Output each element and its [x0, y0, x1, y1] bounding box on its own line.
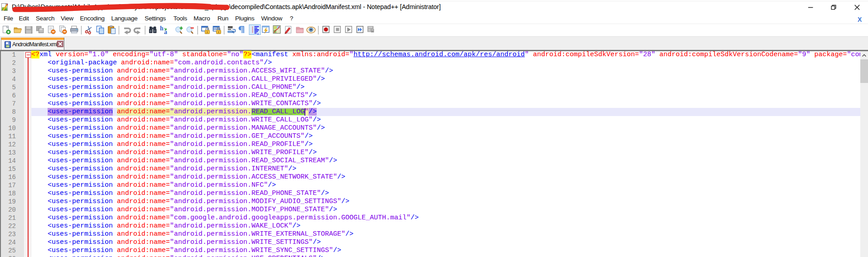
- svg-text:h: h: [160, 25, 164, 32]
